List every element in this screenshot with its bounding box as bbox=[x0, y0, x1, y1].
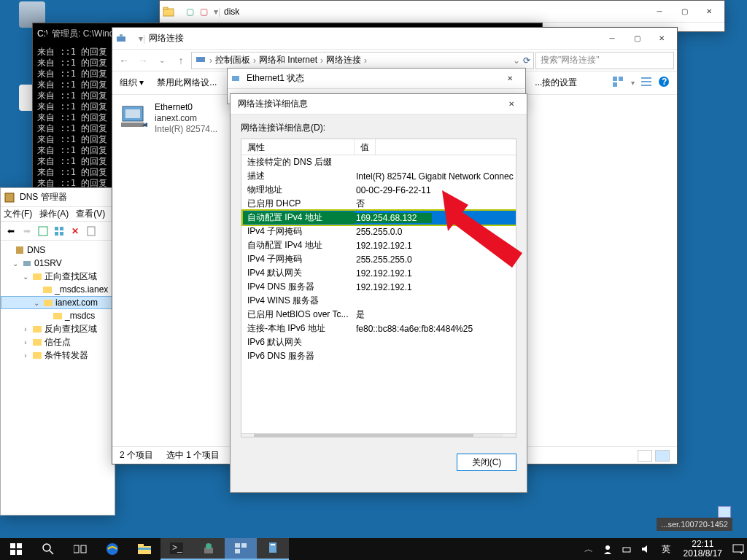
back-button[interactable]: ← bbox=[115, 52, 133, 69]
tree-trust[interactable]: ›信任点 bbox=[1, 335, 115, 349]
row-property: IPv4 子网掩码 bbox=[241, 225, 355, 238]
table-row[interactable]: 连接-本地 IPv6 地址fe80::bc88:4a6e:fb8:4484%25 bbox=[241, 322, 516, 335]
table-row[interactable]: IPv4 默认网关192.192.192.1 bbox=[241, 266, 516, 280]
horizontal-scrollbar[interactable]: ◂ ▸ bbox=[241, 433, 516, 438]
scrollbar-thumb[interactable] bbox=[254, 434, 473, 438]
qat-icon[interactable]: ▢ bbox=[200, 7, 208, 17]
table-row[interactable]: IPv6 默认网关 bbox=[241, 335, 516, 349]
table-row[interactable]: IPv6 DNS 服务器 bbox=[241, 349, 516, 363]
menu-action[interactable]: 操作(A) bbox=[39, 208, 69, 220]
table-row[interactable]: 已启用 NetBIOS over Tc...是 bbox=[241, 308, 516, 322]
tree-ianext-zone[interactable]: ⌄ianext.com bbox=[1, 296, 115, 309]
start-button[interactable] bbox=[0, 538, 32, 560]
tray-popup-icon[interactable] bbox=[718, 506, 731, 518]
svg-point-57 bbox=[605, 545, 610, 550]
table-row[interactable]: IPv4 DNS 服务器192.192.192.1 bbox=[241, 280, 516, 294]
close-button[interactable]: ✕ bbox=[498, 71, 522, 87]
conn-settings-button[interactable]: ...接的设置 bbox=[535, 77, 577, 89]
recent-dropdown[interactable]: ⌄ bbox=[153, 52, 171, 69]
taskbar-ie[interactable] bbox=[96, 538, 128, 560]
back-icon[interactable]: ⬅ bbox=[4, 224, 18, 238]
table-row[interactable]: 已启用 DHCP否 bbox=[241, 197, 516, 211]
row-property: IPv6 DNS 服务器 bbox=[241, 350, 355, 362]
svg-rect-42 bbox=[74, 545, 79, 553]
view-large-icon[interactable] bbox=[655, 450, 670, 462]
clock[interactable]: 22:11 2018/8/17 bbox=[681, 538, 725, 560]
tree-cond-fwd[interactable]: ›条件转发器 bbox=[1, 349, 115, 362]
props-icon[interactable] bbox=[84, 224, 98, 238]
help-icon[interactable]: ? bbox=[658, 76, 670, 90]
grid-icon[interactable] bbox=[52, 224, 66, 238]
svg-rect-4 bbox=[5, 193, 14, 202]
breadcrumb-dropdown-icon[interactable]: ⌄ bbox=[513, 55, 520, 66]
tree-root-dns[interactable]: DNS bbox=[1, 244, 115, 257]
breadcrumb-ni[interactable]: 网络和 Internet bbox=[259, 54, 317, 66]
svg-rect-19 bbox=[33, 352, 42, 359]
minimize-button[interactable]: ─ bbox=[600, 31, 624, 47]
taskbar-server-mgr[interactable] bbox=[193, 538, 225, 560]
close-dialog-button[interactable]: 关闭(C) bbox=[457, 454, 516, 471]
table-row[interactable]: 描述Intel(R) 82574L Gigabit Network Connec bbox=[241, 169, 516, 183]
table-row[interactable]: 物理地址00-0C-29-F6-22-11 bbox=[241, 183, 516, 197]
search-button[interactable] bbox=[32, 538, 64, 560]
forward-button[interactable]: → bbox=[134, 52, 152, 69]
table-row[interactable]: IPv4 WINS 服务器 bbox=[241, 294, 516, 308]
tray-up-icon[interactable]: ︿ bbox=[583, 543, 595, 555]
tree-server[interactable]: ⌄01SRV bbox=[1, 257, 115, 270]
tree-msdcs-sub[interactable]: _msdcs bbox=[1, 309, 115, 322]
refresh-icon[interactable]: ⟳ bbox=[523, 55, 530, 66]
tree-msdcs-zone[interactable]: _msdcs.ianex bbox=[1, 283, 115, 296]
menu-bar: 文件(F) 操作(A) 查看(V) bbox=[1, 207, 115, 222]
tray-people-icon[interactable] bbox=[602, 543, 614, 555]
show-icon[interactable] bbox=[36, 224, 50, 238]
tree-rev-zones[interactable]: ›反向查找区域 bbox=[1, 322, 115, 335]
svg-rect-13 bbox=[33, 273, 42, 280]
qat-icon[interactable]: ▢ bbox=[186, 7, 194, 17]
row-property: 物理地址 bbox=[241, 184, 355, 196]
up-button[interactable]: ↑ bbox=[172, 52, 190, 69]
table-row[interactable]: 自动配置 IPv4 地址169.254.68.132 bbox=[241, 211, 516, 225]
maximize-button[interactable]: ▢ bbox=[624, 31, 649, 47]
table-row[interactable]: IPv4 子网掩码255.255.255.0 bbox=[241, 252, 516, 266]
header-property[interactable]: 属性 bbox=[241, 139, 355, 155]
tray-network-icon[interactable] bbox=[621, 543, 632, 555]
view-thumb-icon[interactable] bbox=[612, 76, 625, 90]
taskbar-explorer[interactable] bbox=[128, 538, 160, 560]
tree-fwd-zones[interactable]: ⌄正向查找区域 bbox=[1, 270, 115, 283]
disable-device-button[interactable]: 禁用此网络设... bbox=[157, 77, 217, 89]
notifications-icon[interactable] bbox=[732, 543, 744, 555]
menu-view[interactable]: 查看(V) bbox=[76, 208, 105, 220]
taskbar-dns[interactable] bbox=[257, 538, 289, 560]
menu-file[interactable]: 文件(F) bbox=[4, 208, 32, 220]
details-label: 网络连接详细信息(D): bbox=[241, 122, 516, 134]
ime-indicator[interactable]: 英 bbox=[659, 543, 673, 556]
status-selected: 选中 1 个项目 bbox=[166, 449, 220, 462]
organize-menu[interactable]: 组织 ▾ bbox=[120, 77, 144, 89]
tray-volume-icon[interactable] bbox=[640, 543, 651, 555]
taskbar-control-panel[interactable] bbox=[225, 538, 257, 560]
taskbar-cmd[interactable]: >_ bbox=[160, 538, 193, 560]
search-input[interactable]: 搜索"网络连接" bbox=[535, 52, 674, 69]
table-row[interactable]: 自动配置 IPv4 地址192.192.192.1 bbox=[241, 238, 516, 252]
task-view-button[interactable] bbox=[64, 538, 96, 560]
header-value[interactable]: 值 bbox=[355, 139, 376, 155]
delete-icon[interactable]: ✕ bbox=[68, 224, 82, 238]
view-list-icon[interactable] bbox=[640, 76, 652, 90]
breadcrumb-cp[interactable]: 控制面板 bbox=[215, 54, 250, 66]
maximize-button[interactable]: ▢ bbox=[672, 4, 697, 20]
adapter-icon bbox=[120, 102, 149, 131]
minimize-button[interactable]: ─ bbox=[647, 4, 672, 20]
view-details-icon[interactable] bbox=[638, 450, 652, 462]
table-row[interactable]: 连接特定的 DNS 后缀 bbox=[241, 155, 516, 169]
forward-icon[interactable]: ➡ bbox=[20, 224, 34, 238]
close-button[interactable]: ✕ bbox=[649, 31, 674, 47]
svg-rect-8 bbox=[55, 232, 58, 236]
scroll-left-icon[interactable]: ◂ bbox=[241, 434, 254, 438]
breadcrumb-nc[interactable]: 网络连接 bbox=[326, 54, 361, 66]
scroll-right-icon[interactable]: ▸ bbox=[503, 434, 516, 438]
close-button[interactable]: ✕ bbox=[697, 4, 721, 20]
close-button[interactable]: ✕ bbox=[499, 96, 524, 112]
table-row[interactable]: IPv4 子网掩码255.255.0.0 bbox=[241, 225, 516, 238]
network-icon bbox=[115, 33, 127, 44]
breadcrumb[interactable]: › 控制面板 › 网络和 Internet › 网络连接 › ⌄ ⟳ bbox=[191, 52, 534, 69]
